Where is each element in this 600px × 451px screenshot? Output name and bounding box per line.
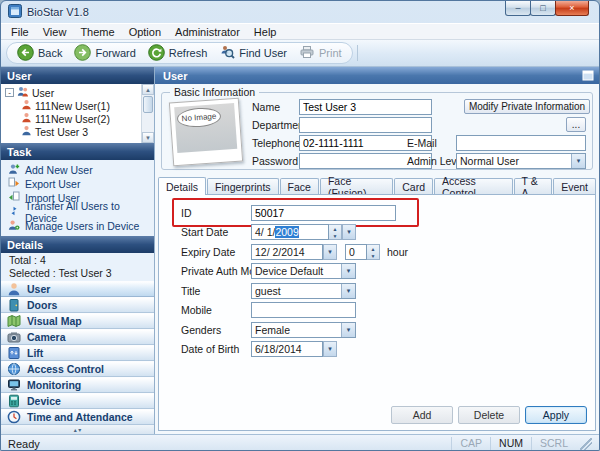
expiry-hour-input[interactable]: 0 [345,244,367,260]
menu-theme[interactable]: Theme [73,25,121,39]
task-transfer-users[interactable]: Transfer All Users to Device [1,205,154,219]
title-bar[interactable]: BioStar V1.8 – □ × [1,1,599,23]
private-auth-select[interactable]: Device Default ▾ [251,263,356,279]
find-user-button[interactable]: Find User [213,43,293,63]
start-date-picker[interactable]: 4/ 1/2009 [251,224,329,240]
print-button[interactable]: Print [293,43,348,63]
scroll-up-button[interactable]: ▲ [142,84,154,95]
menu-file[interactable]: File [4,25,36,39]
start-date-spinner[interactable]: ▲ ▼ [329,224,342,240]
expiry-date-value: 12/ 2/2014 [255,246,305,258]
sidebar-item-visual-map[interactable]: Visual Map [1,313,154,329]
tree-item-user-root[interactable]: - User [5,86,140,99]
maximize-button[interactable]: □ [530,1,556,16]
refresh-button[interactable]: Refresh [142,43,214,63]
name-input[interactable] [299,99,432,115]
mobile-input[interactable] [251,302,356,318]
export-user-icon [8,177,20,191]
sidebar-item-access-control[interactable]: Access Control [1,361,154,377]
forward-icon [74,44,91,63]
sidebar-collapse-strip[interactable]: ▴ ▾ [1,425,154,434]
apply-button[interactable]: Apply [525,406,587,424]
genders-select[interactable]: Female ▾ [251,322,356,338]
delete-button[interactable]: Delete [458,406,520,424]
task-export-user[interactable]: Export User [1,177,154,191]
minimize-button[interactable]: – [505,1,531,16]
window-title: BioStar V1.8 [27,6,89,18]
department-browse-button[interactable]: ... [566,117,586,132]
dob-label: Date of Birth [181,341,239,357]
expiry-date-label: Expiry Date [181,244,235,260]
form-action-buttons: Add Delete Apply [391,406,587,424]
main-body: User - User 111New User(1) [1,67,599,434]
user-tree: - User 111New User(1) 111New [1,84,154,143]
toolbar-separator [357,45,358,61]
task-label: Export User [25,178,80,190]
tree-item-selected[interactable]: Test User 3 [5,125,140,138]
email-input[interactable] [456,135,586,151]
back-button[interactable]: Back [11,43,68,63]
forward-button[interactable]: Forward [68,43,141,63]
dob-dropdown-button[interactable]: ▾ [323,341,337,357]
panel-toggle-icon[interactable] [582,70,594,83]
content-header: User [155,67,599,84]
spin-down-icon: ▼ [367,252,379,259]
scroll-up-icon: ▲ [145,87,151,93]
details-summary: Total : 4 Selected : Test User 3 [1,253,154,281]
sidebar-item-lift[interactable]: Lift [1,345,154,361]
tab-fingerprints[interactable]: Fingerprints [207,178,278,194]
sidebar-item-doors[interactable]: Doors [1,297,154,313]
scroll-down-button[interactable]: ▼ [142,132,154,143]
details-panel-header: Details [1,236,154,253]
tree-item-label: 111New User(2) [35,113,110,125]
scroll-down-icon: ▼ [145,135,151,141]
tab-face-fusion[interactable]: Face (Fusion) [320,178,393,194]
nav-label: Access Control [27,363,104,375]
expiry-date-dropdown-button[interactable]: ▾ [323,244,337,260]
tree-item[interactable]: 111New User(1) [5,99,140,112]
sidebar-item-camera[interactable]: Camera [1,329,154,345]
menu-view[interactable]: View [36,25,74,39]
expiry-date-picker[interactable]: 12/ 2/2014 [251,244,323,260]
id-input[interactable] [251,205,396,221]
add-button[interactable]: Add [391,406,453,424]
expiry-hour-value: 0 [349,246,355,258]
scroll-thumb[interactable] [143,96,153,113]
dob-picker[interactable]: 6/18/2014 [251,341,323,357]
tab-access-control[interactable]: Access Control [434,178,513,194]
status-indicators: CAP NUM SCRL [451,435,592,451]
menu-help[interactable]: Help [247,25,284,39]
sidebar-item-monitoring[interactable]: Monitoring [1,377,154,393]
private-auth-value: Device Default [252,265,341,277]
add-user-icon [8,163,20,177]
tab-card[interactable]: Card [394,178,433,194]
menu-option[interactable]: Option [122,25,168,39]
nav-label: Device [27,395,61,407]
tree-collapse-toggle[interactable]: - [5,88,14,97]
chevron-down-icon: ▾ [341,284,355,298]
sidebar-item-user[interactable]: User [1,281,154,297]
admin-level-select[interactable]: Normal User ▾ [456,153,586,169]
visual-map-icon [7,314,21,328]
tree-item[interactable]: 111New User(2) [5,112,140,125]
expiry-hour-spinner[interactable]: ▲ ▼ [367,244,380,260]
resize-grip[interactable] [580,438,592,450]
tab-ta[interactable]: T & A [514,178,553,194]
toolbar-group: Back Forward Refresh Find User [6,42,353,64]
sidebar-item-time-attendance[interactable]: Time and Attendance [1,409,154,425]
close-button[interactable]: × [555,1,589,16]
start-date-dropdown-button[interactable]: ▾ [342,224,356,240]
modify-private-info-button[interactable]: Modify Private Information [464,99,590,114]
total-count: Total : 4 [9,254,154,267]
menu-administrator[interactable]: Administrator [168,25,247,39]
tab-face[interactable]: Face [280,178,319,194]
name-label: Name [252,99,280,115]
task-add-new-user[interactable]: Add New User [1,163,154,177]
department-input[interactable] [299,117,432,133]
sidebar-item-device[interactable]: Device [1,393,154,409]
tab-event[interactable]: Event [553,178,596,194]
tab-details[interactable]: Details [158,177,206,195]
email-label: E-Mail [407,135,437,151]
task-manage-users[interactable]: Manage Users in Device [1,219,154,233]
title-select[interactable]: guest ▾ [251,283,356,299]
